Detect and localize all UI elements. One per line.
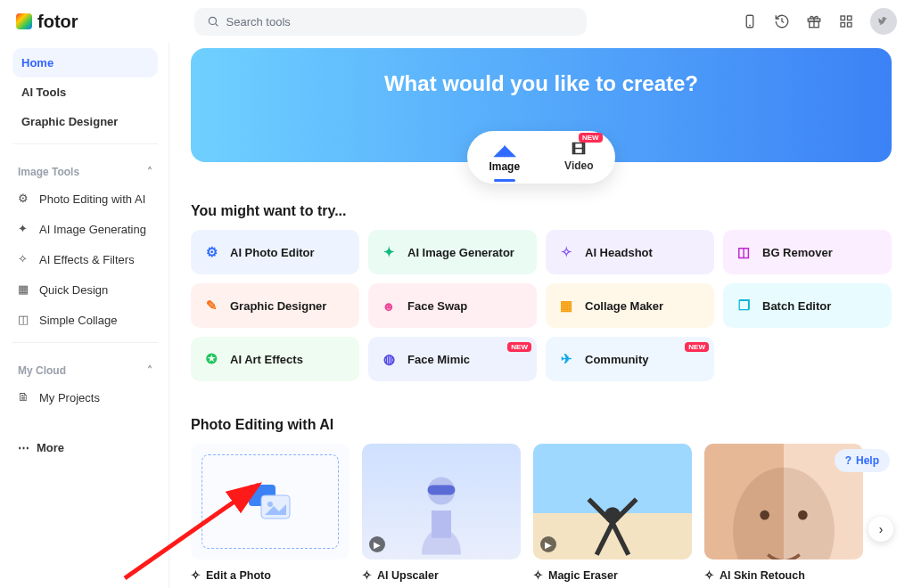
search-input[interactable]: Search tools [194,8,587,36]
svg-rect-7 [841,16,845,20]
try-card-community[interactable]: ✈CommunityNEW [546,337,714,381]
apps-icon[interactable] [838,13,854,29]
sparkle-icon: ✧ [533,568,543,582]
help-icon: ? [845,454,851,467]
try-card-batch-editor[interactable]: ❐Batch Editor [723,283,892,328]
card-icon: ☻ [379,296,399,315]
sidebar-item-ai-image-generating[interactable]: ✦AI Image Generating [12,214,158,244]
new-badge: NEW [507,342,531,352]
svg-point-24 [798,510,808,520]
avatar[interactable] [870,8,897,35]
svg-rect-8 [848,16,852,20]
media-type-tabs: ◢◣ Image 🎞 Video NEW [467,131,614,184]
svg-point-23 [760,510,769,520]
image-tab-icon: ◢◣ [494,142,515,159]
sparkle-icon: ✧ [704,568,714,582]
try-card-ai-headshot[interactable]: ✧AI Headshot [546,230,714,274]
sidebar-item-quick-design[interactable]: ▦Quick Design [12,274,158,305]
tool-icon: ◫ [18,313,32,327]
new-badge: NEW [685,342,709,352]
svg-rect-16 [432,510,451,538]
chevron-up-icon: ˄ [147,364,152,377]
logo-icon [16,13,32,29]
try-card-ai-art-effects[interactable]: ✪AI Art Effects [191,337,359,381]
brand-name: fotor [37,12,78,32]
brand-logo[interactable]: fotor [16,12,78,32]
svg-line-1 [215,24,218,27]
chevron-up-icon: ˄ [147,166,152,178]
search-icon [207,15,219,28]
card-icon: ▦ [556,296,576,315]
search-placeholder: Search tools [226,15,291,29]
svg-point-13 [267,502,273,507]
sidebar-item-ai-effects-filters[interactable]: ✧AI Effects & Filters [12,244,158,274]
card-icon: ✈ [556,349,576,369]
tool-icon: ⚙ [18,192,32,206]
try-card-graphic-designer[interactable]: ✎Graphic Designer [191,283,359,328]
edit-card-magic-eraser[interactable]: ▶✧Magic Eraser [533,444,692,582]
nav-graphic-designer[interactable]: Graphic Designer [12,107,158,136]
help-button[interactable]: ? Help [835,449,890,472]
try-card-bg-remover[interactable]: ◫BG Remover [723,230,892,274]
gift-icon[interactable] [806,13,822,29]
section-my-cloud[interactable]: My Cloud ˄ [12,350,158,382]
bird-icon [876,14,891,29]
card-icon: ✪ [202,349,221,369]
try-card-collage-maker[interactable]: ▦Collage Maker [546,283,714,328]
section-image-tools[interactable]: Image Tools ˄ [12,151,158,184]
new-badge: NEW [579,133,603,143]
card-icon: ◫ [734,242,753,262]
try-card-face-mimic[interactable]: ◍Face MimicNEW [368,337,537,381]
dots-icon: ⋯ [18,441,29,454]
sparkle-icon: ✧ [191,568,201,582]
card-thumbnail [191,444,350,559]
svg-rect-15 [428,485,456,494]
tool-icon: ✧ [18,252,32,266]
svg-rect-9 [841,23,845,28]
history-icon[interactable] [774,13,790,29]
svg-line-20 [596,523,613,555]
mobile-icon[interactable] [742,13,758,29]
svg-point-0 [209,17,216,24]
card-icon: ✎ [202,296,221,315]
sidebar-item-photo-editing-with-ai[interactable]: ⚙Photo Editing with AI [12,184,158,214]
sparkle-icon: ✧ [362,568,372,582]
nav-more[interactable]: ⋯ More [12,434,158,461]
nav-home[interactable]: Home [12,48,158,78]
svg-rect-10 [848,23,852,28]
card-thumbnail: ▶ [533,444,692,559]
sidebar-item-simple-collage[interactable]: ◫Simple Collage [12,305,158,335]
editing-section-title: Photo Editing with AI [191,417,892,433]
file-icon: 🗎 [18,390,32,404]
edit-card-ai-upscaler[interactable]: ▶✧AI Upscaler [362,444,521,582]
try-card-ai-image-generator[interactable]: ✦AI Image Generator [368,230,537,274]
card-icon: ◍ [379,349,399,369]
sidebar: Home AI Tools Graphic Designer Image Too… [0,43,169,588]
tool-icon: ▦ [18,282,32,297]
hero-title: What would you like to create? [384,71,698,96]
play-icon: ▶ [369,536,385,552]
sidebar-item-my-projects[interactable]: 🗎My Projects [12,382,158,412]
tab-video[interactable]: 🎞 Video NEW [552,138,605,176]
hero-banner: What would you like to create? ◢◣ Image … [191,48,892,162]
play-icon: ▶ [540,536,556,552]
tab-image[interactable]: ◢◣ Image [476,138,532,176]
svg-point-22 [733,468,835,559]
nav-ai-tools[interactable]: AI Tools [12,78,158,107]
card-icon: ✧ [556,242,576,262]
try-section-title: You might want to try... [191,203,892,219]
card-icon: ⚙ [202,242,221,262]
svg-line-21 [613,523,629,555]
video-tab-icon: 🎞 [572,142,586,158]
card-icon: ✦ [379,242,399,262]
try-card-face-swap[interactable]: ☻Face Swap [368,283,537,328]
carousel-next-button[interactable]: › [868,517,893,542]
tool-icon: ✦ [18,222,32,236]
try-card-ai-photo-editor[interactable]: ⚙AI Photo Editor [191,230,359,274]
edit-card-edit-a-photo[interactable]: ✧Edit a Photo [191,444,350,582]
card-thumbnail: ▶ [362,444,521,559]
card-icon: ❐ [734,296,753,315]
